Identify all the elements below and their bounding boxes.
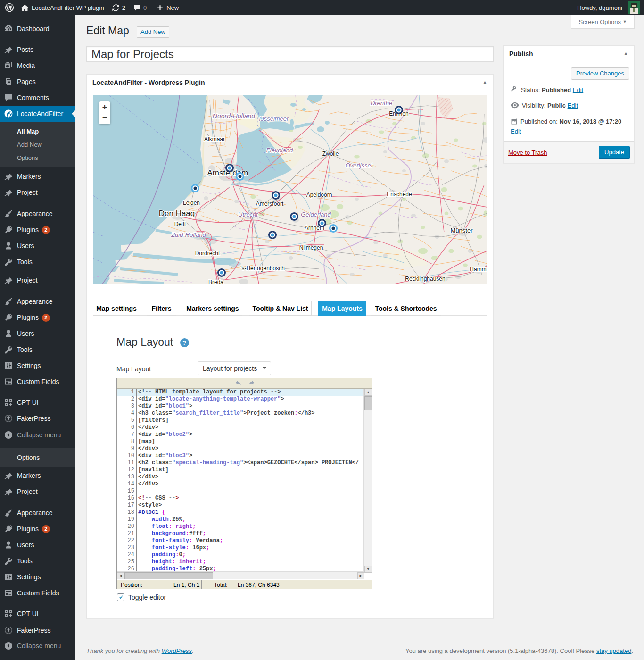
- svg-text:Leiden: Leiden: [183, 200, 200, 206]
- svg-text:'s-Hertogenbosch: 's-Hertogenbosch: [240, 265, 285, 272]
- svg-text:Hamm: Hamm: [470, 266, 486, 273]
- svg-text:Zuid-Holland: Zuid-Holland: [171, 231, 206, 238]
- svg-text:Dordrecht: Dordrecht: [195, 250, 220, 257]
- svg-text:Overijssel: Overijssel: [345, 162, 372, 169]
- svg-text:Den Haag: Den Haag: [159, 209, 195, 218]
- svg-text:Apeldoorn: Apeldoorn: [306, 192, 332, 198]
- svg-text:Recklinghausen: Recklinghausen: [405, 276, 445, 282]
- svg-text:Flevoland: Flevoland: [266, 147, 293, 154]
- svg-text:Utrecht: Utrecht: [238, 211, 258, 218]
- svg-text:Alkmaar: Alkmaar: [204, 136, 225, 142]
- svg-text:IJsselmeer: IJsselmeer: [259, 115, 289, 122]
- svg-text:Drenthe: Drenthe: [371, 100, 392, 107]
- svg-text:Enschede: Enschede: [387, 191, 412, 198]
- svg-text:Breda: Breda: [208, 279, 223, 284]
- svg-text:Münster: Münster: [451, 227, 473, 234]
- svg-text:Nijmegen: Nijmegen: [299, 244, 323, 251]
- svg-text:Zwolle: Zwolle: [322, 150, 339, 157]
- svg-text:Noord-Holland: Noord-Holland: [213, 112, 256, 120]
- svg-text:Delft: Delft: [174, 221, 186, 227]
- svg-text:Amersfoort: Amersfoort: [256, 201, 284, 207]
- svg-text:Gelderland: Gelderland: [301, 211, 331, 218]
